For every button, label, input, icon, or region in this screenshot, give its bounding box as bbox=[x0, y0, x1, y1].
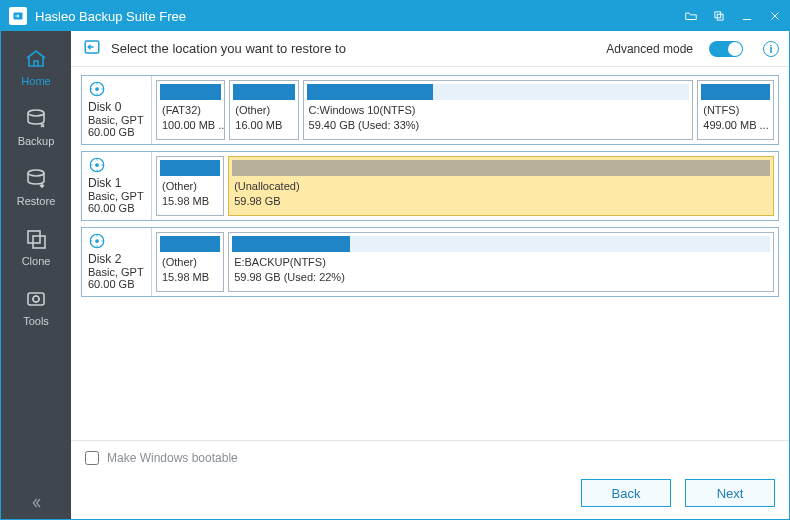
disk-type: Basic, GPT bbox=[88, 266, 147, 278]
partition-size: 100.00 MB ... bbox=[162, 118, 219, 133]
sidebar-item-label: Tools bbox=[23, 315, 49, 327]
sidebar-item-label: Home bbox=[21, 75, 50, 87]
sidebar-item-restore[interactable]: Restore bbox=[1, 157, 71, 217]
footer: Make Windows bootable Back Next bbox=[71, 440, 789, 519]
info-button[interactable]: i bbox=[763, 41, 779, 57]
sidebar-item-home[interactable]: Home bbox=[1, 37, 71, 97]
app-window: Hasleo Backup Suite Free Home Backup bbox=[0, 0, 790, 520]
sidebar-item-label: Clone bbox=[22, 255, 51, 267]
partition-usage-bar bbox=[160, 84, 221, 100]
disk-info[interactable]: Disk 2Basic, GPT60.00 GB bbox=[82, 228, 152, 296]
disk-row: Disk 0Basic, GPT60.00 GB(FAT32)100.00 MB… bbox=[81, 75, 779, 145]
partition-label: (FAT32) bbox=[162, 103, 219, 118]
svg-point-6 bbox=[28, 110, 44, 116]
partition-label: C:Windows 10(NTFS) bbox=[309, 103, 688, 118]
disk-info[interactable]: Disk 1Basic, GPT60.00 GB bbox=[82, 152, 152, 220]
disk-type: Basic, GPT bbox=[88, 190, 147, 202]
disk-name: Disk 0 bbox=[88, 100, 147, 114]
back-button[interactable]: Back bbox=[581, 479, 671, 507]
partition-size: 499.00 MB ... bbox=[703, 118, 768, 133]
partition-container: (Other)15.98 MBE:BACKUP(NTFS)59.98 GB (U… bbox=[152, 228, 778, 296]
partition[interactable]: (NTFS)499.00 MB ... bbox=[697, 80, 774, 140]
disk-icon bbox=[88, 156, 106, 174]
main-panel: Select the location you want to restore … bbox=[71, 31, 789, 519]
disk-row: Disk 1Basic, GPT60.00 GB(Other)15.98 MB(… bbox=[81, 151, 779, 221]
svg-rect-1 bbox=[715, 12, 721, 18]
sidebar-item-label: Backup bbox=[18, 135, 55, 147]
partition[interactable]: E:BACKUP(NTFS)59.98 GB (Used: 22%) bbox=[228, 232, 774, 292]
disk-info[interactable]: Disk 0Basic, GPT60.00 GB bbox=[82, 76, 152, 144]
disk-list: Disk 0Basic, GPT60.00 GB(FAT32)100.00 MB… bbox=[71, 67, 789, 440]
partition-usage-bar bbox=[160, 236, 220, 252]
new-window-button[interactable] bbox=[705, 1, 733, 31]
partition[interactable]: (Other)16.00 MB bbox=[229, 80, 298, 140]
app-icon bbox=[9, 7, 27, 25]
sidebar-item-clone[interactable]: Clone bbox=[1, 217, 71, 277]
svg-point-18 bbox=[95, 239, 99, 243]
sidebar-item-label: Restore bbox=[17, 195, 56, 207]
partition[interactable]: (Unallocated)59.98 GB bbox=[228, 156, 774, 216]
make-bootable-label: Make Windows bootable bbox=[107, 451, 238, 465]
titlebar: Hasleo Backup Suite Free bbox=[1, 1, 789, 31]
partition[interactable]: (Other)15.98 MB bbox=[156, 232, 224, 292]
svg-point-11 bbox=[33, 296, 39, 302]
partition-size: 59.40 GB (Used: 33%) bbox=[309, 118, 688, 133]
partition-usage-bar bbox=[232, 236, 770, 252]
partition[interactable]: (FAT32)100.00 MB ... bbox=[156, 80, 225, 140]
partition-usage-bar bbox=[160, 160, 220, 176]
disk-row: Disk 2Basic, GPT60.00 GB(Other)15.98 MBE… bbox=[81, 227, 779, 297]
partition-usage-bar bbox=[701, 84, 770, 100]
restore-target-icon bbox=[83, 38, 101, 60]
svg-rect-2 bbox=[717, 14, 723, 20]
disk-size: 60.00 GB bbox=[88, 278, 147, 290]
advanced-mode-toggle[interactable] bbox=[709, 41, 743, 57]
disk-name: Disk 1 bbox=[88, 176, 147, 190]
partition-size: 16.00 MB bbox=[235, 118, 292, 133]
disk-icon bbox=[88, 80, 106, 98]
partition[interactable]: (Other)15.98 MB bbox=[156, 156, 224, 216]
partition-size: 59.98 GB bbox=[234, 194, 768, 209]
svg-point-14 bbox=[95, 87, 99, 91]
open-folder-button[interactable] bbox=[677, 1, 705, 31]
partition-label: (Other) bbox=[235, 103, 292, 118]
close-button[interactable] bbox=[761, 1, 789, 31]
svg-rect-9 bbox=[33, 236, 45, 248]
partition-usage-bar bbox=[307, 84, 690, 100]
svg-rect-8 bbox=[28, 231, 40, 243]
partition-label: (NTFS) bbox=[703, 103, 768, 118]
partition-usage-bar bbox=[233, 84, 294, 100]
app-title: Hasleo Backup Suite Free bbox=[35, 9, 186, 24]
disk-name: Disk 2 bbox=[88, 252, 147, 266]
partition-container: (Other)15.98 MB(Unallocated)59.98 GB bbox=[152, 152, 778, 220]
partition-label: (Other) bbox=[162, 255, 218, 270]
sidebar-item-backup[interactable]: Backup bbox=[1, 97, 71, 157]
svg-point-7 bbox=[28, 170, 44, 176]
svg-rect-10 bbox=[28, 293, 44, 305]
sidebar-collapse-button[interactable] bbox=[1, 495, 71, 511]
partition-container: (FAT32)100.00 MB ...(Other)16.00 MBC:Win… bbox=[152, 76, 778, 144]
next-button[interactable]: Next bbox=[685, 479, 775, 507]
sidebar-item-tools[interactable]: Tools bbox=[1, 277, 71, 337]
partition[interactable]: C:Windows 10(NTFS)59.40 GB (Used: 33%) bbox=[303, 80, 694, 140]
header-bar: Select the location you want to restore … bbox=[71, 31, 789, 67]
partition-size: 15.98 MB bbox=[162, 270, 218, 285]
disk-size: 60.00 GB bbox=[88, 202, 147, 214]
disk-icon bbox=[88, 232, 106, 250]
partition-usage-bar bbox=[232, 160, 770, 176]
svg-point-16 bbox=[95, 163, 99, 167]
header-prompt: Select the location you want to restore … bbox=[111, 41, 346, 56]
partition-label: (Unallocated) bbox=[234, 179, 768, 194]
make-bootable-checkbox[interactable] bbox=[85, 451, 99, 465]
partition-size: 59.98 GB (Used: 22%) bbox=[234, 270, 768, 285]
partition-size: 15.98 MB bbox=[162, 194, 218, 209]
advanced-mode-label: Advanced mode bbox=[606, 42, 693, 56]
partition-label: (Other) bbox=[162, 179, 218, 194]
sidebar: Home Backup Restore Clone Tools bbox=[1, 31, 71, 519]
make-bootable-row[interactable]: Make Windows bootable bbox=[85, 451, 775, 465]
minimize-button[interactable] bbox=[733, 1, 761, 31]
disk-type: Basic, GPT bbox=[88, 114, 147, 126]
disk-size: 60.00 GB bbox=[88, 126, 147, 138]
partition-label: E:BACKUP(NTFS) bbox=[234, 255, 768, 270]
